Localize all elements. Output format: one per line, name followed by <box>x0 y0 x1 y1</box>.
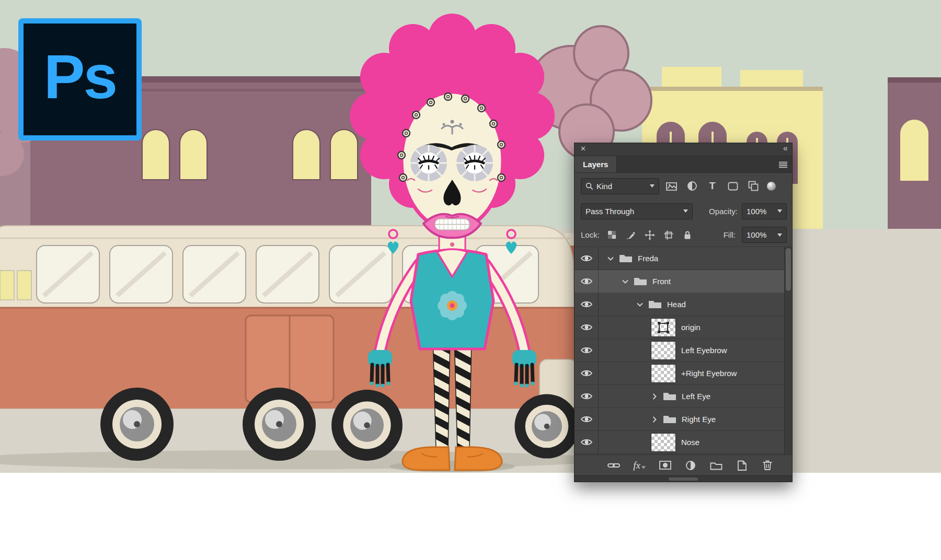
layer-name: Right Eye <box>682 415 716 424</box>
visibility-toggle[interactable] <box>575 431 599 453</box>
panel-resize-handle[interactable] <box>669 477 698 481</box>
chevron-down-icon[interactable] <box>622 279 628 284</box>
layer-thumbnail[interactable] <box>651 341 676 360</box>
shape-filter-icon[interactable] <box>725 178 741 194</box>
visibility-toggle[interactable] <box>575 316 599 339</box>
layer-row[interactable]: Front <box>575 270 792 293</box>
layer-row[interactable]: Head <box>575 293 792 316</box>
opacity-label: Opacity: <box>709 207 738 216</box>
lock-all-icon[interactable] <box>681 229 694 241</box>
panel-topbar: ✕ « <box>575 143 792 156</box>
layers-panel: ✕ « Layers Kind <box>574 143 793 482</box>
visibility-toggle[interactable] <box>575 270 599 293</box>
transform-icon <box>657 321 670 334</box>
layers-scrollbar[interactable] <box>784 247 792 454</box>
close-icon[interactable]: ✕ <box>580 145 586 153</box>
eye-icon <box>581 300 592 308</box>
visibility-toggle[interactable] <box>575 293 599 316</box>
layer-name: Left Eyebrow <box>681 346 727 355</box>
tab-layers[interactable]: Layers <box>575 156 617 172</box>
layer-list: Freda Front <box>575 247 792 454</box>
add-layer-mask-icon[interactable] <box>656 458 674 473</box>
folder-icon <box>663 414 676 424</box>
chevron-down-icon[interactable] <box>607 256 614 261</box>
layer-row[interactable]: Left Eye <box>575 385 792 408</box>
layer-row[interactable]: Left Eyebrow <box>575 339 792 362</box>
pixel-filter-icon[interactable] <box>663 178 680 194</box>
folder-icon <box>648 299 662 309</box>
type-filter-icon[interactable]: T <box>704 178 720 194</box>
blend-mode-select[interactable]: Pass Through <box>581 203 693 219</box>
fill-select[interactable]: 100% <box>742 227 787 243</box>
filter-row: Kind T <box>575 173 792 199</box>
layer-name: origin <box>681 323 701 332</box>
panel-resize-bar[interactable] <box>575 475 792 482</box>
photoshop-canvas: Ps ✕ « Layers Kind <box>0 0 941 560</box>
layer-row[interactable]: Right Eye <box>575 408 792 431</box>
layer-name: Head <box>667 300 686 309</box>
layer-name: Nose <box>681 438 699 447</box>
visibility-toggle[interactable] <box>575 385 599 407</box>
eye-icon <box>581 346 592 354</box>
kind-filter-label: Kind <box>596 182 612 191</box>
panel-tabbar: Layers <box>575 156 792 173</box>
lock-position-icon[interactable] <box>644 229 656 241</box>
visibility-toggle[interactable] <box>575 362 599 384</box>
layer-thumbnail[interactable] <box>651 364 676 383</box>
eye-icon <box>581 415 592 423</box>
fill-label: Fill: <box>724 230 736 239</box>
link-layers-icon[interactable] <box>605 458 623 473</box>
blend-mode-value: Pass Through <box>586 207 634 216</box>
layer-name: Left Eye <box>682 392 710 401</box>
lock-pixels-icon[interactable] <box>625 229 637 241</box>
layer-row[interactable]: +Right Eyebrow <box>575 362 792 385</box>
eye-icon <box>581 277 592 285</box>
panel-menu-icon[interactable] <box>779 161 787 170</box>
visibility-toggle[interactable] <box>575 247 599 270</box>
delete-layer-icon[interactable] <box>759 458 776 473</box>
layer-name: +Right Eyebrow <box>681 369 737 378</box>
folder-icon <box>619 253 633 263</box>
chevron-down-icon[interactable] <box>636 302 643 307</box>
adjustment-filter-icon[interactable] <box>684 178 700 194</box>
layer-name: Front <box>652 277 671 286</box>
folder-icon <box>663 391 676 401</box>
filter-toggle-icon[interactable] <box>767 182 776 191</box>
eye-icon <box>581 323 592 331</box>
layer-thumbnail[interactable] <box>651 318 676 337</box>
kind-filter-select[interactable]: Kind <box>581 178 659 194</box>
lock-artboard-icon[interactable] <box>662 229 675 241</box>
tab-layers-label: Layers <box>583 160 608 169</box>
chevron-down-icon <box>777 234 782 237</box>
photoshop-logo-text: Ps <box>44 41 116 118</box>
lock-transparency-icon[interactable] <box>606 229 618 241</box>
layer-row[interactable]: Nose <box>575 431 792 454</box>
layers-scrollbar-thumb[interactable] <box>786 248 791 291</box>
smart-object-filter-icon[interactable] <box>745 178 761 194</box>
new-adjustment-layer-icon[interactable] <box>682 458 699 473</box>
blend-row: Pass Through Opacity: 100% <box>575 199 792 223</box>
chevron-down-icon <box>777 209 782 213</box>
opacity-select[interactable]: 100% <box>742 203 787 219</box>
layer-name: Freda <box>638 254 658 263</box>
opacity-value: 100% <box>747 207 766 216</box>
photoshop-logo: Ps <box>18 18 142 141</box>
layer-thumbnail[interactable] <box>651 433 676 452</box>
fill-value: 100% <box>747 230 766 239</box>
lock-label: Lock: <box>581 230 600 239</box>
layer-row[interactable]: Freda <box>575 247 792 270</box>
folder-icon <box>634 276 647 286</box>
new-group-icon[interactable] <box>707 458 725 473</box>
chevron-right-icon[interactable] <box>651 416 658 423</box>
collapse-panel-icon[interactable]: « <box>783 144 787 153</box>
layer-row[interactable]: origin <box>575 316 792 339</box>
visibility-toggle[interactable] <box>575 408 599 430</box>
visibility-toggle[interactable] <box>575 339 599 361</box>
chevron-right-icon[interactable] <box>651 393 658 400</box>
search-icon <box>586 182 593 190</box>
chevron-down-icon <box>641 466 646 469</box>
eye-icon <box>581 438 592 446</box>
layer-style-fx-icon[interactable]: fx <box>630 458 648 473</box>
eye-icon <box>581 254 592 262</box>
new-layer-icon[interactable] <box>733 458 751 473</box>
